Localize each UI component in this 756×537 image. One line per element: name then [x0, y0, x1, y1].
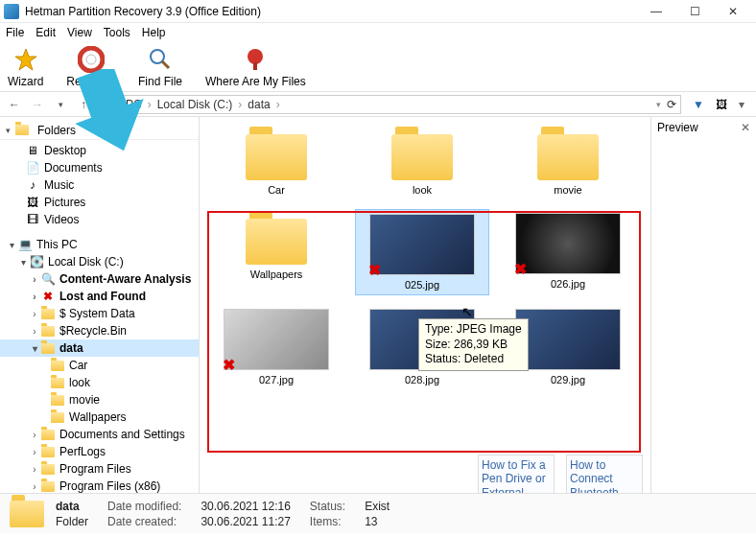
lifebuoy-icon — [78, 46, 105, 73]
folder-icon — [246, 219, 307, 265]
image-thumb: ✖ — [224, 309, 329, 370]
tree-program-files-x86[interactable]: ›Program Files (x86) — [0, 478, 199, 493]
file-item-026[interactable]: ✖026.jpg — [501, 209, 635, 295]
tree-pictures[interactable]: 🖼Pictures — [0, 194, 199, 211]
preview-label: Preview — [657, 121, 698, 134]
preview-close-button[interactable]: ✕ — [741, 121, 750, 134]
tree-program-files[interactable]: ›Program Files — [0, 460, 199, 478]
status-name: data — [56, 500, 88, 513]
maximize-button[interactable]: ☐ — [675, 1, 714, 22]
nav-bar: ← → ▾ ↑ …is PC› Local Disk (C:)› data› ▾… — [0, 92, 756, 117]
where-files-button[interactable]: Where Are My Files — [205, 46, 306, 88]
breadcrumb-data[interactable]: data — [248, 98, 270, 111]
tree-wallpapers[interactable]: Wallpapers — [0, 409, 199, 426]
tree-lost-found[interactable]: ›✖Lost and Found — [0, 288, 199, 305]
deleted-icon: ✖ — [223, 356, 238, 371]
svg-point-5 — [248, 49, 263, 64]
tree-music[interactable]: ♪Music — [0, 176, 199, 194]
svg-marker-0 — [15, 49, 36, 70]
pictures-icon: 🖼 — [25, 196, 40, 209]
forward-button[interactable]: → — [29, 98, 46, 111]
back-button[interactable]: ← — [6, 98, 23, 111]
tree-perflogs[interactable]: ›PerfLogs — [0, 443, 199, 460]
menu-file[interactable]: File — [6, 26, 24, 39]
folder-icon — [537, 134, 599, 180]
pin-icon — [242, 46, 269, 73]
folder-tree[interactable]: ▾ Folders 🖥Desktop 📄Documents ♪Music 🖼Pi… — [0, 117, 200, 493]
options-icon[interactable]: ▾ — [739, 98, 744, 111]
folders-header: ▾ Folders — [0, 121, 199, 140]
history-dropdown[interactable]: ▾ — [52, 100, 69, 109]
status-status: Exist — [365, 500, 390, 513]
hint-card[interactable]: How to Connect Bluetooth — [566, 455, 643, 493]
hint-cards: How to Fix a Pen Drive or External How t… — [478, 455, 643, 493]
tree-local-disk[interactable]: ▾💽Local Disk (C:) — [0, 253, 199, 270]
tree-system-data[interactable]: ›$ System Data — [0, 305, 199, 322]
tree-car[interactable]: Car — [0, 357, 199, 374]
tooltip-type: Type: JPEG Image — [425, 322, 522, 338]
app-icon — [4, 4, 19, 19]
up-button[interactable]: ↑ — [75, 98, 92, 111]
content-pane[interactable]: Car look movie Wallpapers ✖025.jpg ✖026.… — [200, 117, 650, 493]
refresh-icon[interactable]: ⟳ — [667, 98, 676, 111]
collapse-icon[interactable]: ▾ — [6, 126, 11, 135]
pc-icon: 💻 — [17, 238, 33, 251]
find-file-label: Find File — [138, 75, 182, 88]
wizard-icon — [12, 46, 39, 73]
menu-help[interactable]: Help — [142, 26, 166, 39]
svg-line-4 — [162, 61, 169, 68]
desktop-icon: 🖥 — [25, 144, 40, 157]
menu-bar: File Edit View Tools Help — [0, 23, 756, 42]
folder-item-movie[interactable]: movie — [501, 125, 635, 199]
wizard-label: Wizard — [8, 75, 43, 88]
title-bar: Hetman Partition Recovery 3.9 (Office Ed… — [0, 0, 756, 23]
status-type: Folder — [56, 515, 88, 528]
tree-documents[interactable]: 📄Documents — [0, 159, 199, 176]
status-items: 13 — [365, 515, 390, 528]
address-dropdown-icon[interactable]: ▾ — [656, 100, 661, 109]
filter-icon[interactable]: ▼ — [693, 98, 704, 111]
find-file-button[interactable]: Find File — [138, 46, 182, 88]
wizard-button[interactable]: Wizard — [8, 46, 43, 88]
tree-desktop[interactable]: 🖥Desktop — [0, 142, 199, 159]
breadcrumb-pc[interactable]: …is PC — [103, 98, 142, 111]
document-icon: 📄 — [25, 161, 40, 175]
menu-tools[interactable]: Tools — [104, 26, 130, 39]
breadcrumb-disk[interactable]: Local Disk (C:) — [157, 98, 233, 111]
deleted-icon: ✖ — [514, 260, 530, 275]
videos-icon: 🎞 — [25, 213, 40, 226]
folder-item-wallpapers[interactable]: Wallpapers — [209, 209, 343, 295]
file-item-025[interactable]: ✖025.jpg — [355, 209, 489, 295]
folder-icon — [391, 134, 453, 180]
search-doc-icon: 🔍 — [40, 272, 56, 286]
recovery-label: Recovery — [66, 75, 115, 88]
tree-documents-settings[interactable]: ›Documents and Settings — [0, 426, 199, 443]
tree-data[interactable]: ▾data — [0, 339, 199, 357]
folder-item-car[interactable]: Car — [209, 125, 343, 199]
tooltip-status: Status: Deleted — [425, 352, 522, 367]
svg-point-2 — [86, 55, 96, 64]
tree-movie[interactable]: movie — [0, 391, 199, 409]
address-bar[interactable]: …is PC› Local Disk (C:)› data› ▾ ⟳ — [98, 95, 681, 114]
tree-this-pc[interactable]: ▾💻This PC — [0, 236, 199, 253]
image-thumb: ✖ — [369, 214, 475, 275]
deleted-icon: ✖ — [368, 261, 384, 276]
image-thumb — [515, 309, 621, 370]
tree-look[interactable]: look — [0, 374, 199, 391]
tree-recycle-bin[interactable]: ›$Recycle.Bin — [0, 322, 199, 339]
menu-edit[interactable]: Edit — [35, 26, 56, 39]
minimize-button[interactable]: — — [637, 1, 675, 22]
folders-label: Folders — [37, 124, 76, 137]
status-mod: 30.06.2021 12:16 — [201, 500, 290, 513]
folder-item-look[interactable]: look — [355, 125, 489, 199]
close-button[interactable]: ✕ — [714, 1, 752, 22]
view-icon[interactable]: 🖼 — [716, 98, 727, 111]
tree-content-aware[interactable]: ›🔍Content-Aware Analysis — [0, 270, 199, 288]
tree-videos[interactable]: 🎞Videos — [0, 211, 199, 228]
hint-card[interactable]: How to Fix a Pen Drive or External — [478, 455, 555, 493]
svg-point-3 — [151, 50, 164, 63]
recovery-button[interactable]: Recovery — [66, 46, 115, 88]
menu-view[interactable]: View — [67, 26, 92, 39]
file-item-027[interactable]: ✖027.jpg — [209, 305, 343, 389]
status-created-label: Date created: — [107, 515, 181, 528]
